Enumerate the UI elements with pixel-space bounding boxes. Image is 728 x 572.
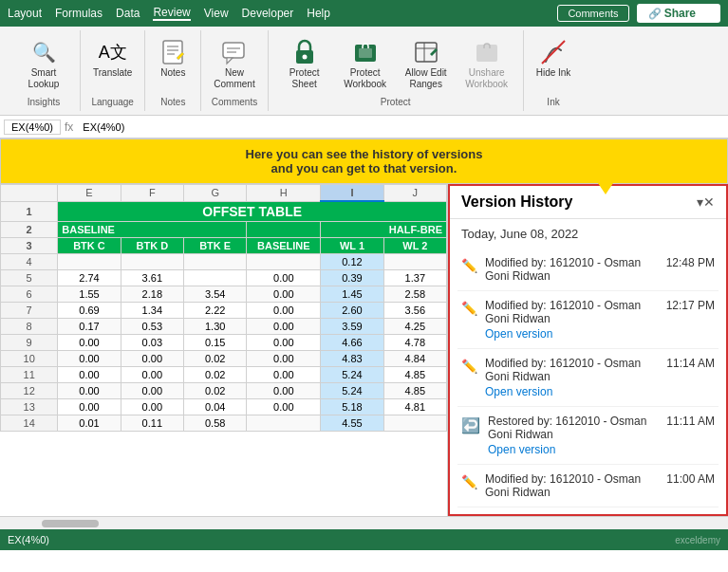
col-header-h: H (247, 185, 321, 202)
smart-lookup-button[interactable]: 🔍 Smart Lookup (15, 34, 72, 93)
table-row: 9 0.000.030.150.00 4.66 4.78 (1, 335, 447, 351)
row-header-col (1, 185, 58, 202)
edit-icon: ✏️ (461, 359, 477, 374)
version-user: Modified by: 1612010 - Osman Goni Ridwan (485, 357, 666, 383)
edit-icon: ✏️ (461, 301, 477, 316)
ink-group-label: Ink (547, 97, 559, 107)
status-bar-text: EX(4%0) (8, 534, 49, 545)
open-version-link[interactable]: Open version (485, 385, 715, 398)
table-row-title: 1 OFFSET TABLE (1, 201, 447, 222)
version-info: Modified by: 1612010 - Osman Goni Ridwan… (485, 256, 715, 283)
col-header-i[interactable]: I (321, 185, 383, 202)
table-row: 11 0.000.000.020.00 5.24 4.85 (1, 367, 447, 383)
protect-workbook-icon (350, 37, 381, 67)
allow-edit-ranges-icon (411, 37, 441, 67)
translate-button[interactable]: A文 Translate (88, 34, 137, 82)
smart-lookup-label: Smart Lookup (20, 67, 67, 90)
version-user: Modified by: 1612010 - Osman Goni Ridwan (485, 256, 666, 283)
protect-workbook-button[interactable]: Protect Workbook (337, 34, 394, 93)
menu-bar: Layout Formulas Data Review View Develop… (0, 0, 728, 27)
hide-ink-label: Hide Ink (536, 67, 571, 79)
unshare-workbook-icon (472, 37, 502, 67)
version-user: Modified by: 1612010 - Osman Goni Ridwan (485, 299, 666, 325)
version-history-panel: Version History ▾ ✕ Today, June 08, 2022… (448, 184, 728, 516)
table-row: 5 2.743.610.00 0.39 1.37 (1, 270, 447, 286)
col-header-e: E (58, 185, 121, 202)
allow-edit-ranges-button[interactable]: Allow Edit Ranges (398, 34, 455, 93)
ribbon-group-insights: 🔍 Smart Lookup Insights (8, 30, 81, 111)
menu-tab-data[interactable]: Data (116, 7, 140, 20)
cell-reference-box[interactable] (4, 120, 61, 135)
ribbon-group-language: A文 Translate Language (81, 30, 145, 111)
language-group-label: Language (91, 97, 134, 107)
ribbon-group-ink: Hide Ink Ink (524, 30, 584, 111)
menu-tab-formulas[interactable]: Formulas (55, 7, 103, 20)
svg-marker-6 (227, 58, 233, 64)
ribbon-group-comments: NewComment Comments (201, 30, 268, 111)
protect-sheet-icon (289, 37, 320, 67)
svg-rect-12 (359, 48, 372, 58)
open-version-link[interactable]: Open version (485, 327, 715, 341)
edit-icon: ✏️ (461, 258, 477, 273)
menu-tab-review[interactable]: Review (153, 6, 190, 21)
version-panel-header: Version History ▾ ✕ (450, 186, 726, 219)
new-comment-label: NewComment (214, 67, 254, 90)
menu-tab-developer[interactable]: Developer (242, 7, 294, 20)
col-header-j: J (383, 185, 446, 202)
formula-input[interactable] (79, 120, 724, 134)
svg-rect-5 (223, 43, 244, 58)
version-date: Today, June 08, 2022 (450, 219, 726, 249)
table-row: 4 0.12 (1, 254, 447, 270)
open-version-link[interactable]: Open version (488, 443, 715, 456)
protect-sheet-button[interactable]: Protect Sheet (276, 34, 333, 93)
svg-rect-17 (476, 45, 497, 62)
protect-workbook-label: Protect Workbook (342, 67, 389, 90)
allow-edit-ranges-label: Allow Edit Ranges (402, 67, 450, 90)
notes-button[interactable]: Notes (153, 34, 193, 82)
notes-label: Notes (160, 67, 185, 79)
table-row: 13 0.000.000.040.00 5.18 4.81 (1, 399, 447, 415)
notes-group-label: Notes (160, 97, 185, 107)
svg-rect-0 (163, 41, 182, 64)
smart-lookup-icon: 🔍 (28, 37, 59, 67)
version-time: 12:17 PM (666, 299, 715, 325)
restore-icon: ↩️ (461, 416, 480, 434)
version-info: Restored by: 1612010 - Osman Goni Ridwan… (488, 415, 715, 456)
scroll-thumb[interactable] (42, 520, 99, 527)
spreadsheet: E F G H I J 1 OFFSET TABLE 2 BASELINE (0, 184, 448, 516)
list-item: ↩️ Restored by: 1612010 - Osman Goni Rid… (457, 407, 719, 465)
protect-group-label: Protect (381, 97, 411, 107)
version-panel-close-button[interactable]: ✕ (703, 194, 715, 210)
share-button[interactable]: 🔗 Share (637, 4, 720, 23)
insights-group-label: Insights (28, 97, 60, 107)
tooltip-arrow (598, 183, 613, 194)
sheet-table: E F G H I J 1 OFFSET TABLE 2 BASELINE (0, 184, 447, 432)
table-row: 12 0.000.000.020.00 5.24 4.85 (1, 383, 447, 399)
table-row: 8 0.170.531.300.00 3.59 4.25 (1, 319, 447, 335)
horizontal-scroll-bar[interactable] (0, 516, 728, 529)
version-user: Restored by: 1612010 - Osman Goni Ridwan (488, 415, 666, 441)
col-header-g: G (184, 185, 247, 202)
main-area: E F G H I J 1 OFFSET TABLE 2 BASELINE (0, 184, 728, 516)
comments-group-label: Comments (212, 97, 257, 107)
hide-ink-button[interactable]: Hide Ink (532, 34, 576, 82)
version-panel-minimize-button[interactable]: ▾ (697, 194, 703, 210)
version-info: Modified by: 1612010 - Osman Goni Ridwan… (485, 357, 715, 398)
version-time: 11:14 AM (666, 357, 715, 383)
table-row: 6 1.552.183.540.00 1.45 2.58 (1, 286, 447, 303)
version-time: 11:00 AM (666, 472, 715, 499)
watermark-text: exceldemy (675, 535, 720, 545)
unshare-workbook-button: Unshare Workbook (458, 34, 515, 93)
table-row: 7 0.691.342.220.00 2.60 3.56 (1, 303, 447, 319)
menu-tab-help[interactable]: Help (307, 7, 330, 20)
offset-table-title: OFFSET TABLE (58, 201, 447, 222)
new-comment-button[interactable]: NewComment (209, 34, 259, 93)
hide-ink-icon (538, 37, 569, 67)
translate-icon: A文 (98, 37, 128, 67)
menu-tab-layout[interactable]: Layout (8, 7, 42, 20)
ribbon: 🔍 Smart Lookup Insights A文 Translate Lan… (0, 27, 728, 116)
comments-button[interactable]: Comments (557, 5, 628, 22)
version-user: Modified by: 1612010 - Osman Goni Ridwan (485, 472, 666, 499)
unshare-workbook-label: Unshare Workbook (463, 67, 511, 90)
menu-tab-view[interactable]: View (204, 7, 229, 20)
